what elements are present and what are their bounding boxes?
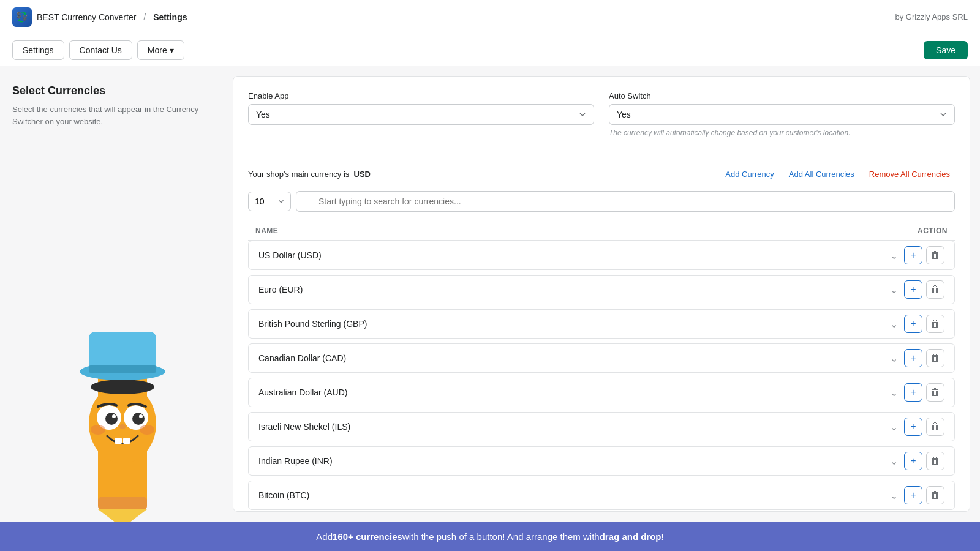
auto-switch-hint: The currency will automatically change b… <box>609 129 955 137</box>
banner-suffix: ! <box>662 531 664 542</box>
expand-currency-button[interactable]: ⌄ <box>888 419 900 435</box>
delete-currency-row-button[interactable]: 🗑 <box>926 486 944 504</box>
nav-left: Settings Contact Us More ▾ <box>12 40 184 60</box>
breadcrumb-current: Settings <box>153 12 187 22</box>
enable-app-group: Enable App Yes No <box>248 91 594 137</box>
search-input[interactable] <box>296 191 955 212</box>
delete-currency-row-button[interactable]: 🗑 <box>926 349 944 367</box>
add-currency-button[interactable]: Add Currency <box>720 167 778 181</box>
main-currency-code: USD <box>354 170 371 179</box>
delete-currency-row-button[interactable]: 🗑 <box>926 246 944 264</box>
delete-currency-row-button[interactable]: 🗑 <box>926 383 944 402</box>
more-nav-button[interactable]: More ▾ <box>137 40 184 60</box>
add-currency-row-button[interactable]: + <box>904 315 922 333</box>
currency-row-actions: ⌄ + 🗑 <box>888 486 944 504</box>
svg-marker-2 <box>98 509 147 522</box>
add-currency-row-button[interactable]: + <box>904 383 922 402</box>
form-row: Enable App Yes No Auto Switch Yes No The… <box>248 91 955 137</box>
banner-highlight1: 160+ currencies <box>333 531 402 542</box>
settings-nav-button[interactable]: Settings <box>12 40 64 60</box>
sidebar-title: Select Currencies <box>12 84 221 97</box>
app-icon: 💱 <box>12 7 32 27</box>
table-header: Name Action <box>248 222 955 241</box>
table-row: Bitcoin (BTC) ⌄ + 🗑 <box>248 481 955 510</box>
add-all-currencies-button[interactable]: Add All Currencies <box>784 167 859 181</box>
grizzly-credit: by Grizzly Apps SRL <box>895 12 968 21</box>
svg-point-8 <box>132 413 145 425</box>
breadcrumb-separator: / <box>143 12 146 22</box>
col-action: Action <box>918 227 948 235</box>
svg-rect-15 <box>89 365 156 373</box>
currency-row-actions: ⌄ + 🗑 <box>888 452 944 470</box>
table-row: Euro (EUR) ⌄ + 🗑 <box>248 275 955 304</box>
add-currency-row-button[interactable]: + <box>904 280 922 299</box>
svg-point-9 <box>112 414 116 418</box>
currency-name: Canadian Dollar (CAD) <box>258 353 888 363</box>
currency-name: Indian Rupee (INR) <box>258 456 888 466</box>
svg-point-7 <box>105 413 118 425</box>
main-currency-text: Your shop's main currency is USD <box>248 170 371 179</box>
svg-rect-12 <box>123 438 130 444</box>
banner-prefix: Add <box>316 531 333 542</box>
add-currency-row-button[interactable]: + <box>904 418 922 436</box>
nav-bar: Settings Contact Us More ▾ Save <box>0 34 980 66</box>
delete-currency-row-button[interactable]: 🗑 <box>926 418 944 436</box>
currency-row-actions: ⌄ + 🗑 <box>888 383 944 402</box>
contact-us-nav-button[interactable]: Contact Us <box>69 40 132 60</box>
per-page-select[interactable]: 10 25 50 <box>248 192 291 211</box>
expand-currency-button[interactable]: ⌄ <box>888 487 900 504</box>
auto-switch-group: Auto Switch Yes No The currency will aut… <box>609 91 955 137</box>
currencies-header: Your shop's main currency is USD Add Cur… <box>248 167 955 181</box>
top-bar: 💱 BEST Currency Converter / Settings by … <box>0 0 980 34</box>
delete-currency-row-button[interactable]: 🗑 <box>926 280 944 299</box>
expand-currency-button[interactable]: ⌄ <box>888 282 900 298</box>
sidebar: Select Currencies Select the currencies … <box>0 66 233 522</box>
app-settings-section: Enable App Yes No Auto Switch Yes No The… <box>233 77 970 152</box>
currency-name: Australian Dollar (AUD) <box>258 388 888 397</box>
currency-row-actions: ⌄ + 🗑 <box>888 315 944 333</box>
currency-name: Bitcoin (BTC) <box>258 490 888 500</box>
col-name: Name <box>255 227 278 235</box>
currency-row-actions: ⌄ + 🗑 <box>888 418 944 436</box>
sidebar-description: Select the currencies that will appear i… <box>12 103 221 127</box>
currency-name: Israeli New Shekel (ILS) <box>258 422 888 432</box>
delete-currency-row-button[interactable]: 🗑 <box>926 452 944 470</box>
svg-point-10 <box>139 414 143 418</box>
table-row: US Dollar (USD) ⌄ + 🗑 <box>248 241 955 270</box>
currencies-actions: Add Currency Add All Currencies Remove A… <box>720 167 955 181</box>
expand-currency-button[interactable]: ⌄ <box>888 453 900 470</box>
expand-currency-button[interactable]: ⌄ <box>888 350 900 367</box>
table-row: Israeli New Shekel (ILS) ⌄ + 🗑 <box>248 412 955 441</box>
expand-currency-button[interactable]: ⌄ <box>888 384 900 401</box>
svg-rect-11 <box>115 438 122 444</box>
add-currency-row-button[interactable]: + <box>904 246 922 264</box>
chevron-down-icon: ▾ <box>170 45 174 55</box>
search-row: 10 25 50 🔍 <box>248 191 955 212</box>
auto-switch-select[interactable]: Yes No <box>609 104 955 125</box>
currency-row-actions: ⌄ + 🗑 <box>888 246 944 264</box>
table-row: Australian Dollar (AUD) ⌄ + 🗑 <box>248 378 955 407</box>
top-bar-left: 💱 BEST Currency Converter / Settings <box>12 7 187 27</box>
remove-all-currencies-button[interactable]: Remove All Currencies <box>864 167 955 181</box>
app-title: 💱 BEST Currency Converter / Settings <box>12 7 187 27</box>
enable-app-select[interactable]: Yes No <box>248 104 594 125</box>
app-name: BEST Currency Converter <box>37 12 136 22</box>
add-currency-row-button[interactable]: + <box>904 486 922 504</box>
banner-highlight2: drag and drop <box>600 531 662 542</box>
enable-app-label: Enable App <box>248 91 594 100</box>
currency-list: US Dollar (USD) ⌄ + 🗑 Euro (EUR) ⌄ + 🗑 B… <box>248 241 955 510</box>
currency-name: Euro (EUR) <box>258 285 888 294</box>
svg-point-18 <box>140 425 154 435</box>
table-row: Indian Rupee (INR) ⌄ + 🗑 <box>248 446 955 476</box>
mascot-image <box>37 264 208 522</box>
add-currency-row-button[interactable]: + <box>904 349 922 367</box>
save-button[interactable]: Save <box>924 41 968 59</box>
banner-middle: with the push of a button! And arrange t… <box>402 531 600 542</box>
expand-currency-button[interactable]: ⌄ <box>888 316 900 332</box>
delete-currency-row-button[interactable]: 🗑 <box>926 315 944 333</box>
expand-currency-button[interactable]: ⌄ <box>888 247 900 264</box>
add-currency-row-button[interactable]: + <box>904 452 922 470</box>
svg-point-16 <box>91 380 154 394</box>
currencies-section: Your shop's main currency is USD Add Cur… <box>233 152 970 512</box>
svg-rect-1 <box>98 497 147 509</box>
